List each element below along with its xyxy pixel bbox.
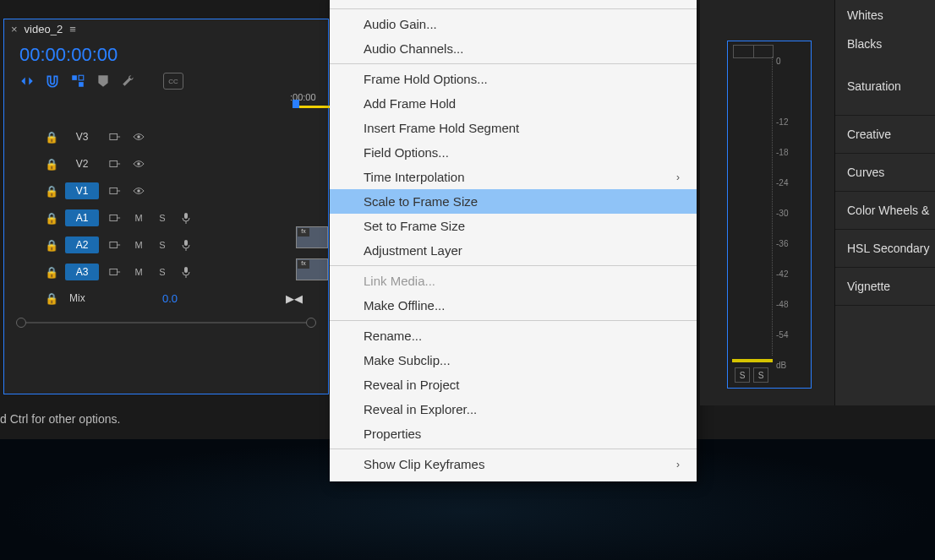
panel-menu-icon[interactable]: ≡ <box>69 23 74 35</box>
meter-peak-box[interactable] <box>733 45 774 58</box>
lumetri-section[interactable]: Vignette <box>835 268 935 306</box>
menu-item[interactable]: Make Subclip... <box>330 348 697 372</box>
mix-value[interactable]: 0.0 <box>162 292 178 305</box>
lumetri-section[interactable]: Curves <box>835 154 935 192</box>
timecode-display[interactable]: 00:00:00:00 <box>4 39 328 68</box>
eye-icon[interactable] <box>131 183 146 198</box>
sync-lock-icon[interactable] <box>107 210 123 226</box>
menu-item[interactable]: Scale to Frame Size <box>330 189 697 214</box>
lumetri-section[interactable]: Blacks <box>835 29 935 57</box>
lumetri-sections: WhitesBlacksSaturationCreativeCurvesColo… <box>834 0 935 405</box>
lock-icon[interactable]: 🔒 <box>45 212 57 225</box>
track-label[interactable]: A2 <box>65 237 99 253</box>
lock-icon[interactable]: 🔒 <box>45 131 57 144</box>
playhead[interactable] <box>293 106 333 117</box>
meter-tick: -36 <box>776 239 788 248</box>
sync-lock-icon[interactable] <box>107 156 123 171</box>
menu-item[interactable]: Show Clip Keyframes› <box>330 452 697 476</box>
menu-item[interactable]: Scene Edit Detection... <box>330 0 697 6</box>
menu-item[interactable]: Properties <box>330 421 697 446</box>
audio-track-a3[interactable]: 🔒 A3 M S <box>4 258 328 285</box>
menu-item[interactable]: Reveal in Explorer... <box>330 397 697 421</box>
sync-lock-icon[interactable] <box>107 237 123 253</box>
menu-item[interactable]: Time Interpolation› <box>330 165 697 189</box>
mix-label: Mix <box>65 290 99 307</box>
lumetri-section[interactable]: Whites <box>835 0 935 29</box>
eye-icon[interactable] <box>131 129 146 144</box>
solo-button[interactable]: S <box>155 210 170 226</box>
sync-lock-icon[interactable] <box>107 264 123 280</box>
svg-rect-10 <box>184 213 188 219</box>
menu-item[interactable]: Make Offline... <box>330 293 697 318</box>
audio-track-a2[interactable]: 🔒 A2 M S <box>4 231 328 258</box>
scroll-track[interactable] <box>26 322 306 323</box>
lock-icon[interactable]: 🔒 <box>45 292 57 305</box>
menu-item[interactable]: Insert Frame Hold Segment <box>330 116 697 140</box>
lock-icon[interactable]: 🔒 <box>45 185 57 198</box>
menu-item[interactable]: Audio Channels... <box>330 36 697 61</box>
lock-icon[interactable]: 🔒 <box>45 158 57 171</box>
menu-separator <box>330 265 697 266</box>
close-tab-icon[interactable]: × <box>11 23 18 35</box>
voiceover-icon[interactable] <box>178 210 194 226</box>
track-label[interactable]: V2 <box>65 155 99 172</box>
menu-item[interactable]: Set to Frame Size <box>330 214 697 238</box>
menu-item-label: Properties <box>364 427 421 441</box>
sync-lock-icon[interactable] <box>107 183 123 198</box>
lumetri-section[interactable]: Creative <box>835 116 935 154</box>
track-label[interactable]: V3 <box>65 128 99 145</box>
lumetri-section[interactable]: Color Wheels & <box>835 192 935 230</box>
track-label[interactable]: A1 <box>65 209 99 226</box>
menu-item[interactable]: Audio Gain... <box>330 12 697 36</box>
lock-icon[interactable]: 🔒 <box>45 239 57 252</box>
meter-unit: dB <box>776 361 786 370</box>
timeline-tab-name[interactable]: video_2 <box>25 23 63 35</box>
track-label[interactable]: V1 <box>65 182 99 199</box>
menu-item[interactable]: Add Frame Hold <box>330 91 697 116</box>
svg-point-4 <box>137 135 140 139</box>
mute-button[interactable]: M <box>131 237 146 253</box>
audio-track-a1[interactable]: 🔒 A1 M S <box>4 204 328 231</box>
linked-selection-icon[interactable] <box>70 73 85 89</box>
menu-item[interactable]: Field Options... <box>330 140 697 165</box>
voiceover-icon[interactable] <box>178 237 194 253</box>
scroll-handle-right[interactable] <box>306 318 316 328</box>
svg-point-8 <box>137 189 140 193</box>
menu-item[interactable]: Adjustment Layer <box>330 238 697 263</box>
voiceover-icon[interactable] <box>178 264 194 280</box>
mute-button[interactable]: M <box>131 210 146 226</box>
video-track-v3[interactable]: 🔒 V3 <box>4 123 328 150</box>
audio-clip-a1[interactable]: fx <box>296 258 328 280</box>
mute-button[interactable]: M <box>131 264 146 280</box>
magnet-icon[interactable] <box>45 73 60 89</box>
scroll-handle-left[interactable] <box>16 318 26 328</box>
solo-button[interactable]: S <box>155 264 170 280</box>
video-clip-v1[interactable]: fx <box>296 226 328 248</box>
lock-icon[interactable]: 🔒 <box>45 266 57 279</box>
menu-item[interactable]: Rename... <box>330 323 697 348</box>
captions-icon[interactable]: CC <box>163 73 183 90</box>
meter-solo-right[interactable]: S <box>753 367 768 383</box>
video-track-v1[interactable]: 🔒 V1 <box>4 177 328 204</box>
video-track-v2[interactable]: 🔒 V2 <box>4 150 328 177</box>
svg-rect-14 <box>184 267 188 273</box>
track-label[interactable]: A3 <box>65 264 99 280</box>
timeline-zoom-scrollbar[interactable] <box>16 316 316 329</box>
menu-item[interactable]: Frame Hold Options... <box>330 67 697 91</box>
meter-solo-left[interactable]: S <box>735 367 750 383</box>
solo-button[interactable]: S <box>155 237 170 253</box>
wrench-icon[interactable] <box>121 73 136 89</box>
menu-separator <box>330 8 697 9</box>
lumetri-section[interactable]: HSL Secondary <box>835 230 935 268</box>
lumetri-section[interactable]: Saturation <box>835 57 935 116</box>
meter-scale: 0-12-18-24-30-36-42-48-54dB <box>772 57 773 356</box>
sync-lock-icon[interactable] <box>107 129 123 144</box>
svg-rect-11 <box>110 242 118 248</box>
mix-output-icon[interactable]: ▶◀ <box>286 292 303 305</box>
snap-icon[interactable] <box>19 73 35 89</box>
marker-icon[interactable] <box>96 73 111 89</box>
mix-track[interactable]: 🔒 Mix 0.0 ▶◀ <box>4 285 328 311</box>
menu-item-label: Rename... <box>364 329 422 343</box>
menu-item[interactable]: Reveal in Project <box>330 372 697 397</box>
eye-icon[interactable] <box>131 156 146 171</box>
